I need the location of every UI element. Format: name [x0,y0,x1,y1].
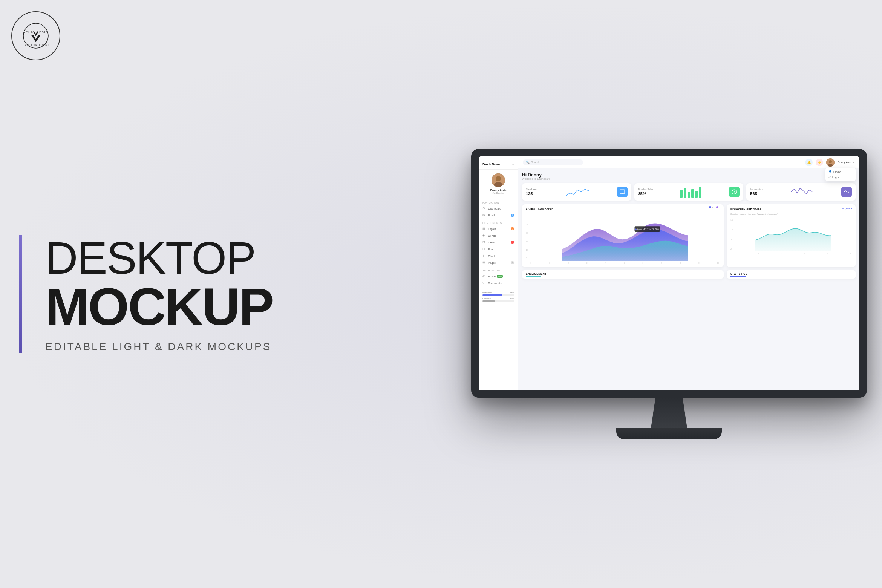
dash-body: Hi Danny, Welcome To Dashboard New Users… [518,168,859,282]
nav-item-layout[interactable]: ▦ Layout 9 [479,225,518,232]
nav-item-email[interactable]: ✉ Email 4 [479,212,518,219]
monitor-stand-neck [646,398,692,428]
monitor-body: Dash Board. ≡ Danny Alvis Art Dire [471,149,867,398]
new-users-value: 125 [526,191,538,196]
x-labels: 0 1 2 3 4 5 6 7 8 [530,262,720,264]
nav-item-form[interactable]: ◻ Form [479,246,518,253]
legend-label-b: b [719,206,720,208]
managed-subtitle: Service report of this year (updated 1 h… [730,213,852,215]
pages-badge: 4 [511,261,514,264]
accent-bar [19,235,22,353]
y-label-30: 30 [526,215,528,217]
svg-rect-16 [695,191,698,198]
sidebar-user: Danny Alvis Art Director [479,170,518,198]
chart-icon: ⌇ [482,254,486,258]
impressions-label: Impressions [750,188,763,191]
monitor-wrapper: Dash Board. ≡ Danny Alvis Art Dire [471,149,867,439]
alert-btn[interactable]: ⚡ [816,159,823,166]
profile-label: Profile [833,171,841,173]
milestone-progress: Milestone 63% [482,291,514,296]
legend-item-a: a [709,206,713,208]
svg-point-24 [635,229,637,230]
topbar-right: 🔔 ⚡ Danny Alvis ▼ [805,158,855,167]
hero-text-block: DESKTOP MOCKUP EDITABLE LIGHT & DARK MOC… [30,235,273,353]
svg-point-7 [829,160,832,163]
managed-y-2: 2 [730,248,733,250]
sidebar-header: Dash Board. ≡ [479,160,518,170]
managed-services-card: MANAGED SERVICES + 7,064.5 Service repor… [727,204,856,267]
legend-dot-b [716,206,718,208]
statistics-label: STATISTICS [730,273,747,275]
profile-new-badge: New [497,275,503,278]
mockup-label: MOCKUP [45,280,273,333]
stat-info-monthly-sales: Monthly Sales 85% [638,188,654,196]
nav-label-uikits: UI Kits [488,234,496,237]
managed-services-badge: + 7,064.5 [842,207,852,210]
sidebar: Dash Board. ≡ Danny Alvis Art Dire [479,156,518,390]
nav-item-uikits[interactable]: ◈ UI Kits [479,232,518,239]
nav-item-pages[interactable]: ⊟ Pages 4 [479,259,518,266]
documents-icon: ? [482,281,486,285]
logout-dropdown-item[interactable]: ↩ Logout [825,175,856,180]
chart-legend: a b [709,206,720,208]
y-label-20: 20 [526,232,528,234]
campaign-chart-svg: Views of 7.7 is 22,000 [530,214,720,261]
managed-y-10: 10 [730,228,733,231]
svg-rect-15 [691,189,694,198]
svg-point-4 [496,176,501,181]
form-icon: ◻ [482,247,486,251]
email-icon: ✉ [482,213,486,217]
main-content: 🔍 Search... 🔔 ⚡ [518,156,859,390]
nav-label-chart: Chart [488,255,495,257]
svg-rect-17 [699,187,701,198]
search-input[interactable]: Search... [531,161,542,164]
legend-dot-a [709,206,711,208]
y-label-15: 15 [526,240,528,243]
managed-y-15: 15 [730,219,733,221]
desktop-label: DESKTOP [45,235,273,280]
svg-point-19 [845,191,845,192]
svg-point-18 [732,190,737,194]
managed-y-5: 5 [730,238,733,240]
nav-item-documents[interactable]: ? Documents [479,280,518,286]
logout-icon: ↩ [828,176,831,179]
dropdown-arrow-icon: ▼ [853,161,855,164]
nav-item-table[interactable]: ⊞ Table 3 [479,239,518,246]
monitor-stand-base [616,428,722,439]
topbar-username: Danny Alvis [838,161,851,164]
layout-badge: 9 [511,227,514,230]
menu-icon[interactable]: ≡ [512,162,514,166]
nav-label-dashboard: Dashboard [488,207,501,210]
topbar-avatar[interactable] [826,158,835,167]
svg-rect-9 [620,190,625,193]
engagement-underline [526,276,541,277]
nav-label-form: Form [488,248,494,251]
greeting-subtitle: Welcome To Dashboard [522,178,856,180]
search-box[interactable]: 🔍 Search... [523,159,583,165]
nav-item-chart[interactable]: ⌇ Chart [479,253,518,259]
user-avatar [492,173,505,187]
impressions-value: 565 [750,191,763,196]
release-bar-bg [482,300,514,302]
milestone-value: 63% [510,291,514,294]
notification-btn[interactable]: 🔔 [805,159,813,166]
uikits-icon: ◈ [482,234,486,237]
nav-item-profile[interactable]: ◎ Profile New [479,273,518,280]
profile-icon: ◎ [482,274,486,278]
user-dropdown[interactable]: Danny Alvis ▼ [838,161,855,164]
legend-label-a: a [712,206,713,208]
stat-info-new-users: New Users 125 [526,188,538,196]
profile-dropdown-item[interactable]: 👤 Profile [825,169,856,175]
victor-logo-icon: GRAPHIC DESIGNS BY VICTOR THEMES [23,23,49,49]
search-icon: 🔍 [526,161,530,164]
person-icon: 👤 [828,170,832,173]
email-badge: 4 [511,214,514,217]
sidebar-user-role: Art Director [482,192,514,194]
new-users-label: New Users [526,188,538,191]
impressions-icon [841,187,852,197]
svg-rect-14 [688,192,690,198]
nav-item-dashboard[interactable]: ⊙ Dashboard [479,205,518,212]
svg-rect-13 [684,188,686,198]
logo-badge: GRAPHIC DESIGNS BY VICTOR THEMES [11,11,60,60]
stat-card-monthly-sales: Monthly Sales 85% [634,183,744,201]
